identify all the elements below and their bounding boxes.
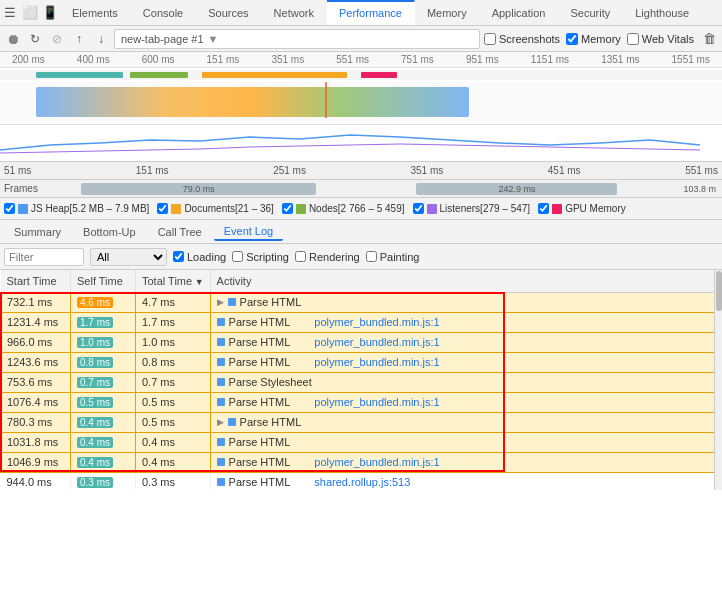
- ruler-mark-600: 600 ms: [142, 54, 175, 65]
- tab-sources[interactable]: Sources: [196, 0, 261, 25]
- timeline-ruler2: 51 ms 151 ms 251 ms 351 ms 451 ms 551 ms: [0, 162, 722, 180]
- header-self-time[interactable]: Self Time: [71, 270, 136, 292]
- webvitals-checkbox[interactable]: Web Vitals: [627, 33, 694, 45]
- painting-checkbox[interactable]: Painting: [366, 251, 420, 263]
- devtools-tab-bar: ☰ ⬜ 📱 Elements Console Sources Network P…: [0, 0, 722, 26]
- activity-link[interactable]: polymer_bundled.min.js:1: [314, 316, 439, 328]
- legend-nodes[interactable]: Nodes[2 766 – 5 459]: [282, 203, 405, 214]
- cell-start-time: 1231.4 ms: [1, 312, 71, 332]
- activity-link[interactable]: polymer_bundled.min.js:1: [314, 396, 439, 408]
- table-row[interactable]: 780.3 ms0.4 ms0.5 ms▶Parse HTML: [1, 412, 722, 432]
- activity-link[interactable]: polymer_bundled.min.js:1: [314, 336, 439, 348]
- table-row[interactable]: 1243.6 ms0.8 ms0.8 msParse HTMLpolymer_b…: [1, 352, 722, 372]
- scrollbar-track[interactable]: [714, 270, 722, 490]
- devtools-inspect-icon[interactable]: ⬜: [20, 0, 40, 27]
- activity-dot: [228, 298, 236, 306]
- tab-security[interactable]: Security: [558, 0, 623, 25]
- frames-right-timing: 242.9 ms: [498, 184, 535, 194]
- sub-tab-summary[interactable]: Summary: [4, 224, 71, 240]
- timeline-overview[interactable]: 200 ms 400 ms 600 ms 151 ms 351 ms 551 m…: [0, 52, 722, 162]
- legend-gpu-label: GPU Memory: [565, 203, 626, 214]
- clear-btn[interactable]: 🗑: [700, 30, 718, 48]
- cell-self-time: 1.0 ms: [71, 332, 136, 352]
- activity-name: Parse HTML: [229, 356, 291, 368]
- activity-dot: [217, 398, 225, 406]
- sub-tab-event-log[interactable]: Event Log: [214, 223, 284, 241]
- header-start-time[interactable]: Start Time: [1, 270, 71, 292]
- tab-console[interactable]: Console: [131, 0, 196, 25]
- activity-name: Parse HTML: [229, 456, 291, 468]
- tab-elements[interactable]: Elements: [60, 0, 131, 25]
- tab-network[interactable]: Network: [262, 0, 327, 25]
- legend-documents[interactable]: Documents[21 – 36]: [157, 203, 274, 214]
- loading-checkbox[interactable]: Loading: [173, 251, 226, 263]
- performance-checkboxes: Screenshots Memory Web Vitals 🗑: [484, 30, 718, 48]
- refresh-btn[interactable]: ↻: [26, 30, 44, 48]
- table-row[interactable]: 966.0 ms1.0 ms1.0 msParse HTMLpolymer_bu…: [1, 332, 722, 352]
- filter-dropdown[interactable]: All Loading Scripting Rendering Painting: [90, 248, 167, 266]
- tab-lighthouse[interactable]: Lighthouse: [623, 0, 702, 25]
- activity-dot: [217, 318, 225, 326]
- memory-checkbox[interactable]: Memory: [566, 33, 621, 45]
- painting-label: Painting: [380, 251, 420, 263]
- legend-js-heap[interactable]: JS Heap[5.2 MB – 7.9 MB]: [4, 203, 149, 214]
- cell-start-time: 732.1 ms: [1, 292, 71, 312]
- activity-link[interactable]: polymer_bundled.min.js:1: [314, 356, 439, 368]
- address-input[interactable]: new-tab-page #1 ▼: [114, 29, 480, 49]
- cell-start-time: 1243.6 ms: [1, 352, 71, 372]
- sub-tab-call-tree[interactable]: Call Tree: [148, 224, 212, 240]
- filter-row: All Loading Scripting Rendering Painting…: [0, 244, 722, 270]
- devtools-menu-icon[interactable]: ☰: [0, 0, 20, 27]
- ruler2-mark-3: 251 ms: [273, 165, 306, 176]
- legend-gpu-color: [552, 204, 562, 214]
- filter-input[interactable]: [4, 248, 84, 266]
- sub-tab-bar: Summary Bottom-Up Call Tree Event Log: [0, 220, 722, 244]
- expand-arrow[interactable]: ▶: [217, 417, 224, 427]
- ruler-mark-800: 151 ms: [207, 54, 240, 65]
- rendering-label: Rendering: [309, 251, 360, 263]
- legend-bar: JS Heap[5.2 MB – 7.9 MB] Documents[21 – …: [0, 198, 722, 220]
- stop-btn[interactable]: ⊘: [48, 30, 66, 48]
- record-btn[interactable]: ⏺: [4, 30, 22, 48]
- cell-total-time: 0.5 ms: [136, 412, 211, 432]
- tab-performance[interactable]: Performance: [327, 0, 415, 25]
- tab-application[interactable]: Application: [480, 0, 559, 25]
- cell-self-time: 0.4 ms: [71, 452, 136, 472]
- cell-total-time: 0.5 ms: [136, 392, 211, 412]
- cell-self-time: 0.3 ms: [71, 472, 136, 490]
- cell-activity: Parse HTMLpolymer_bundled.min.js:1: [210, 392, 721, 412]
- cell-total-time: 0.3 ms: [136, 472, 211, 490]
- tab-memory[interactable]: Memory: [415, 0, 480, 25]
- table-row[interactable]: 753.6 ms0.7 ms0.7 msParse Stylesheet: [1, 372, 722, 392]
- table-row[interactable]: 1076.4 ms0.5 ms0.5 msParse HTMLpolymer_b…: [1, 392, 722, 412]
- sub-tab-bottom-up[interactable]: Bottom-Up: [73, 224, 146, 240]
- header-activity[interactable]: Activity: [210, 270, 721, 292]
- ruler-mark-1200: 751 ms: [401, 54, 434, 65]
- frames-rightmost-timing: 103.8 m: [683, 184, 716, 194]
- activity-dot: [217, 338, 225, 346]
- activity-link[interactable]: shared.rollup.js:513: [314, 476, 410, 488]
- download-btn[interactable]: ↓: [92, 30, 110, 48]
- rendering-checkbox[interactable]: Rendering: [295, 251, 360, 263]
- back-btn[interactable]: ↑: [70, 30, 88, 48]
- legend-listeners-label: Listeners[279 – 547]: [440, 203, 531, 214]
- cell-total-time: 1.7 ms: [136, 312, 211, 332]
- header-total-time[interactable]: Total Time: [136, 270, 211, 292]
- scripting-checkbox[interactable]: Scripting: [232, 251, 289, 263]
- cell-activity: Parse HTMLshared.rollup.js:513: [210, 472, 721, 490]
- table-row[interactable]: 1046.9 ms0.4 ms0.4 msParse HTMLpolymer_b…: [1, 452, 722, 472]
- table-row[interactable]: 732.1 ms4.6 ms4.7 ms▶Parse HTML: [1, 292, 722, 312]
- event-log-table-container[interactable]: Start Time Self Time Total Time Activity…: [0, 270, 722, 490]
- screenshots-checkbox[interactable]: Screenshots: [484, 33, 560, 45]
- devtools-mobile-icon[interactable]: 📱: [40, 0, 60, 27]
- legend-gpu[interactable]: GPU Memory: [538, 203, 626, 214]
- table-row[interactable]: 1231.4 ms1.7 ms1.7 msParse HTMLpolymer_b…: [1, 312, 722, 332]
- cell-activity: Parse HTMLpolymer_bundled.min.js:1: [210, 312, 721, 332]
- table-row[interactable]: 1031.8 ms0.4 ms0.4 msParse HTML: [1, 432, 722, 452]
- scrollbar-thumb[interactable]: [716, 271, 722, 311]
- expand-arrow[interactable]: ▶: [217, 297, 224, 307]
- table-row[interactable]: 944.0 ms0.3 ms0.3 msParse HTMLshared.rol…: [1, 472, 722, 490]
- legend-listeners[interactable]: Listeners[279 – 547]: [413, 203, 531, 214]
- activity-link[interactable]: polymer_bundled.min.js:1: [314, 456, 439, 468]
- scripting-label: Scripting: [246, 251, 289, 263]
